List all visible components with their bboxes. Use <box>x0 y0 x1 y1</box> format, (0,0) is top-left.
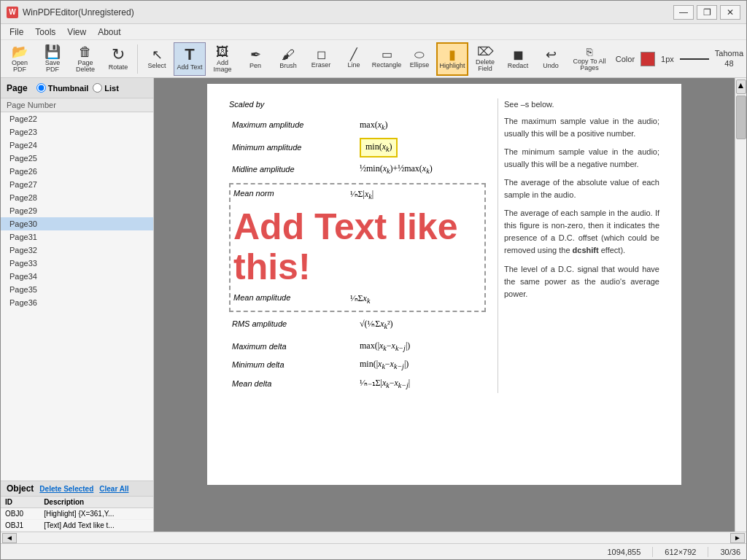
delete-field-label: Delete Field <box>471 59 499 72</box>
eraser-label: Eraser <box>311 62 331 69</box>
brush-label: Brush <box>279 63 297 69</box>
object-label: Object <box>7 483 34 494</box>
menu-about[interactable]: About <box>92 26 126 39</box>
size-label: 1px <box>661 55 674 63</box>
list-item[interactable]: Page35 <box>1 283 153 296</box>
row-formula: min(|xk−xk−j|) <box>357 356 486 374</box>
row-label: Maximum amplitude <box>229 116 357 136</box>
status-dimensions: 612×792 <box>665 548 696 556</box>
list-item[interactable]: Page23 <box>1 125 153 139</box>
mean-amp-label: Mean amplitude <box>233 292 350 307</box>
table-row: Minimum delta min(|xk−xk−j|) <box>229 356 486 374</box>
list-option[interactable]: List <box>93 83 119 93</box>
scroll-track[interactable] <box>18 534 729 542</box>
vertical-scrollbar[interactable]: ▲ <box>735 78 746 532</box>
list-item-selected[interactable]: Page30 <box>1 217 153 230</box>
list-item[interactable]: Page32 <box>1 244 153 257</box>
save-pdf-button[interactable]: 💾 Save PDF <box>36 42 69 76</box>
delete-field-button[interactable]: ⌦ Delete Field <box>469 42 501 76</box>
object-panel: Object Delete Selected Clear All ID Desc… <box>1 481 153 532</box>
scroll-arrow-right[interactable]: ► <box>730 533 745 543</box>
brush-button[interactable]: 🖌 Brush <box>272 42 304 76</box>
content-wrapper: Scaled by Maximum amplitude max(xk) Mini… <box>154 78 746 532</box>
obj-desc: [Text] Add Text like t... <box>39 520 153 532</box>
page-delete-button[interactable]: 🗑 Page Delete <box>69 42 101 76</box>
list-item[interactable]: Page25 <box>1 152 153 165</box>
rotate-icon: ↻ <box>112 47 125 63</box>
rectangle-icon: ▭ <box>382 49 392 61</box>
line-label: Line <box>347 62 360 69</box>
row-formula: ¹⁄ₙ₋₁Σ|xk−xk−j| <box>357 375 486 393</box>
table-row: Midline amplitude ½min(xk)+½max(xk) <box>229 160 486 179</box>
list-item[interactable]: Page33 <box>1 257 153 270</box>
ellipse-button[interactable]: ⬭ Ellipse <box>403 42 436 76</box>
select-icon: ↖ <box>152 48 163 61</box>
list-item[interactable]: Page22 <box>1 112 153 125</box>
list-item[interactable]: Page36 <box>1 296 153 309</box>
tool-group-edit: ↖ Select T Add Text 🖼 Add Image ✒ Pen 🖌 … <box>141 42 611 76</box>
pen-label: Pen <box>249 63 261 69</box>
page-number-header: Page Number <box>1 98 153 112</box>
rotate-label: Rotate <box>109 64 128 71</box>
list-item[interactable]: Page24 <box>1 139 153 152</box>
status-separator-2 <box>708 547 708 557</box>
line-button[interactable]: ╱ Line <box>338 42 370 76</box>
rectangle-button[interactable]: ▭ Rectangle <box>371 42 403 76</box>
row-formula: max(xk) <box>357 116 486 136</box>
right-text-1: See –s below. <box>504 98 659 111</box>
table-row[interactable]: OBJ0 [Highlight] {X=361,Y... <box>1 508 153 520</box>
highlight-icon: ▮ <box>449 48 456 61</box>
add-text-icon: T <box>185 47 194 63</box>
open-pdf-button[interactable]: 📂 Open PDF <box>4 42 36 76</box>
row-label: RMS amplitude <box>229 315 357 335</box>
clear-all-button[interactable]: Clear All <box>99 485 128 493</box>
obj-col-id: ID <box>1 497 39 508</box>
table-row[interactable]: OBJ1 [Text] Add Text like t... <box>1 520 153 532</box>
minimize-button[interactable]: — <box>673 5 694 20</box>
rotate-button[interactable]: ↻ Rotate <box>102 42 134 76</box>
pdf-viewer[interactable]: Scaled by Maximum amplitude max(xk) Mini… <box>154 78 735 532</box>
scroll-arrow-left[interactable]: ◄ <box>2 533 17 543</box>
menu-view[interactable]: View <box>61 26 92 39</box>
list-item[interactable]: Page28 <box>1 191 153 204</box>
redact-button[interactable]: ◼ Redact <box>502 42 534 76</box>
object-table: ID Description OBJ0 [Highlight] {X=361,Y… <box>1 497 153 532</box>
window-controls: — ❐ ✕ <box>673 5 740 20</box>
redact-label: Redact <box>508 63 529 69</box>
redact-icon: ◼ <box>513 48 524 61</box>
menu-tools[interactable]: Tools <box>29 26 61 39</box>
thumbnail-option[interactable]: Thumbnail <box>36 83 89 93</box>
pen-button[interactable]: ✒ Pen <box>239 42 271 76</box>
close-button[interactable]: ✕ <box>720 5 740 20</box>
eraser-button[interactable]: ◻ Eraser <box>305 42 337 76</box>
scroll-thumb[interactable] <box>736 96 746 139</box>
horizontal-scrollbar[interactable]: ◄ ► <box>1 532 746 543</box>
list-item[interactable]: Page27 <box>1 178 153 191</box>
list-item[interactable]: Page34 <box>1 270 153 283</box>
delete-selected-button[interactable]: Delete Selected <box>39 485 93 493</box>
highlight-cell: min(xk) <box>360 138 398 158</box>
brush-icon: 🖌 <box>282 48 295 61</box>
menu-file[interactable]: File <box>4 26 29 39</box>
pen-icon: ✒ <box>250 48 261 61</box>
maximize-button[interactable]: ❐ <box>697 5 717 20</box>
add-image-button[interactable]: 🖼 Add Image <box>206 42 239 76</box>
list-item[interactable]: Page31 <box>1 230 153 244</box>
open-pdf-icon: 📂 <box>12 45 28 58</box>
undo-button[interactable]: ↩ Undo <box>535 42 567 76</box>
list-item[interactable]: Page29 <box>1 204 153 217</box>
highlight-button[interactable]: ▮ Highlight <box>436 42 468 76</box>
pdf-left-col: Scaled by Maximum amplitude max(xk) Mini… <box>229 98 492 393</box>
copy-to-all-button[interactable]: ⎘ Copy To All Pages <box>568 42 611 76</box>
obj-desc: [Highlight] {X=361,Y... <box>39 508 153 520</box>
scroll-arrow-up[interactable]: ▲ <box>736 79 746 94</box>
select-button[interactable]: ↖ Select <box>141 42 173 76</box>
toolbar-separator-1 <box>137 44 138 74</box>
open-pdf-label: Open PDF <box>6 60 34 73</box>
toolbar-right: Color 1px Tahoma 48 <box>616 49 743 68</box>
dcshift-bold: dcshift <box>573 246 599 254</box>
row-label: Midline amplitude <box>229 160 357 179</box>
list-item[interactable]: Page26 <box>1 165 153 178</box>
add-text-button[interactable]: T Add Text <box>174 42 206 76</box>
color-picker[interactable] <box>640 52 655 66</box>
